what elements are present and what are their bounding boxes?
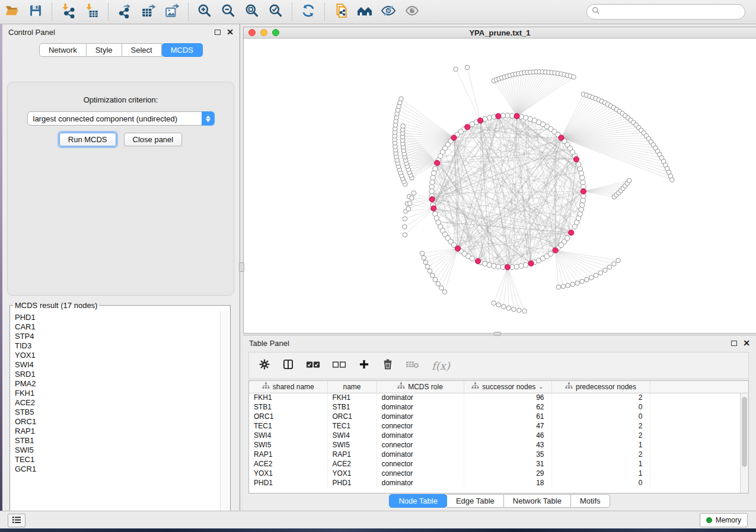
table-row[interactable]: FKH1FKH1dominator962: [249, 393, 749, 402]
create-column-button[interactable]: [358, 358, 370, 373]
table-row[interactable]: SWI5SWI5connector431: [249, 440, 749, 450]
select-all-columns-button[interactable]: [306, 360, 320, 371]
table-cell[interactable]: 1: [551, 469, 650, 478]
horizontal-splitter-handle[interactable]: [494, 332, 501, 336]
tab-network[interactable]: Network: [39, 43, 87, 57]
list-item[interactable]: ORC1: [15, 417, 219, 427]
table-cell[interactable]: ACE2: [249, 459, 327, 469]
run-mcds-button[interactable]: Run MCDS: [59, 133, 116, 146]
open-session-button[interactable]: [0, 1, 24, 23]
tab-style[interactable]: Style: [87, 43, 122, 57]
column-header[interactable]: name: [327, 381, 377, 393]
list-item[interactable]: SRD1: [15, 370, 219, 379]
splitter-handle[interactable]: [239, 262, 244, 272]
table-cell[interactable]: 96: [464, 393, 551, 402]
float-table-panel-icon[interactable]: [731, 341, 737, 346]
table-cell[interactable]: 46: [464, 431, 551, 440]
table-cell[interactable]: ORC1: [327, 412, 377, 421]
table-cell[interactable]: SWI5: [327, 440, 377, 450]
table-mode-button[interactable]: [259, 358, 270, 373]
export-image-button[interactable]: [160, 1, 184, 23]
import-network-button[interactable]: [56, 1, 80, 23]
table-cell[interactable]: 43: [464, 440, 551, 450]
column-header[interactable]: successor nodes⌄: [464, 381, 551, 393]
table-row[interactable]: ACE2ACE2connector311: [249, 459, 749, 469]
list-item[interactable]: PHD1: [15, 313, 219, 322]
table-cell[interactable]: 2: [551, 421, 650, 431]
export-table-button[interactable]: [136, 1, 160, 23]
show-column-button[interactable]: [282, 358, 294, 373]
table-cell[interactable]: 2: [551, 450, 650, 459]
close-table-panel-icon[interactable]: ✕: [743, 340, 750, 346]
tab-node-table[interactable]: Node Table: [389, 494, 447, 508]
memory-button[interactable]: Memory: [700, 513, 748, 527]
table-scrollbar[interactable]: [740, 393, 748, 493]
export-network-button[interactable]: [113, 1, 136, 23]
table-cell[interactable]: 31: [464, 459, 551, 469]
table-cell[interactable]: PHD1: [249, 478, 327, 488]
import-table-button[interactable]: [80, 1, 104, 23]
network-from-selection-button[interactable]: [329, 1, 353, 23]
network-window-titlebar[interactable]: YPA_prune.txt_1: [244, 27, 756, 39]
save-session-button[interactable]: [24, 1, 47, 23]
table-cell[interactable]: STB1: [327, 402, 377, 412]
table-row[interactable]: RAP1RAP1dominator352: [249, 450, 749, 459]
tab-network-table[interactable]: Network Table: [504, 494, 571, 508]
table-cell[interactable]: YOX1: [249, 469, 327, 478]
list-item[interactable]: ACE2: [15, 398, 219, 408]
table-cell[interactable]: 2: [551, 431, 650, 440]
table-row[interactable]: PHD1PHD1dominator180: [249, 478, 749, 488]
hide-selected-button[interactable]: [377, 1, 400, 23]
table-cell[interactable]: 62: [464, 402, 551, 412]
table-cell[interactable]: SWI5: [249, 440, 327, 450]
list-item[interactable]: PMA2: [15, 379, 219, 389]
table-cell[interactable]: dominator: [377, 450, 464, 459]
table-cell[interactable]: 29: [464, 469, 551, 478]
table-cell[interactable]: RAP1: [327, 450, 377, 459]
close-panel-icon[interactable]: ✕: [227, 29, 234, 35]
show-all-button[interactable]: [400, 1, 424, 23]
zoom-selected-button[interactable]: [264, 1, 288, 23]
list-item[interactable]: GCR1: [15, 464, 219, 474]
table-cell[interactable]: TEC1: [327, 421, 377, 431]
table-cell[interactable]: ACE2: [327, 459, 377, 469]
table-cell[interactable]: FKH1: [249, 393, 327, 402]
table-cell[interactable]: STB1: [249, 402, 327, 412]
table-row[interactable]: ORC1ORC1dominator610: [249, 412, 749, 421]
table-cell[interactable]: connector: [377, 469, 464, 478]
column-header[interactable]: shared name: [249, 381, 327, 393]
criterion-dropdown[interactable]: largest connected component (undirected): [27, 111, 215, 126]
column-header[interactable]: MCDS role: [377, 381, 464, 393]
zoom-out-button[interactable]: [216, 1, 240, 23]
unselect-all-columns-button[interactable]: [332, 360, 346, 371]
table-cell[interactable]: ORC1: [249, 412, 327, 421]
list-item[interactable]: RAP1: [15, 427, 219, 436]
search-input[interactable]: [603, 6, 745, 18]
table-cell[interactable]: PHD1: [327, 478, 377, 488]
tab-motifs[interactable]: Motifs: [571, 494, 610, 508]
list-item[interactable]: CAR1: [15, 322, 219, 332]
table-cell[interactable]: SWI4: [249, 431, 327, 440]
show-panels-button[interactable]: [8, 514, 25, 527]
list-item[interactable]: STB1: [15, 436, 219, 446]
table-cell[interactable]: 2: [551, 393, 650, 402]
delete-columns-button[interactable]: [382, 358, 394, 373]
table-row[interactable]: SWI4SWI4dominator462: [249, 431, 749, 440]
network-canvas[interactable]: [244, 39, 756, 333]
list-item[interactable]: STP4: [15, 332, 219, 341]
table-cell[interactable]: RAP1: [249, 450, 327, 459]
table-row[interactable]: STB1STB1dominator620: [249, 402, 749, 412]
table-row[interactable]: TEC1TEC1connector472: [249, 421, 749, 431]
list-item[interactable]: FKH1: [15, 389, 219, 398]
table-row[interactable]: YOX1YOX1connector291: [249, 469, 749, 478]
table-cell[interactable]: 0: [551, 402, 650, 412]
table-cell[interactable]: 35: [464, 450, 551, 459]
list-item[interactable]: SWI4: [15, 360, 219, 370]
result-list-scrollbar[interactable]: [220, 311, 229, 519]
list-item[interactable]: YOX1: [15, 351, 219, 360]
tab-select[interactable]: Select: [122, 43, 162, 57]
table-cell[interactable]: dominator: [377, 393, 464, 402]
search-box[interactable]: [586, 4, 745, 20]
table-cell[interactable]: TEC1: [249, 421, 327, 431]
table-cell[interactable]: 0: [551, 412, 650, 421]
